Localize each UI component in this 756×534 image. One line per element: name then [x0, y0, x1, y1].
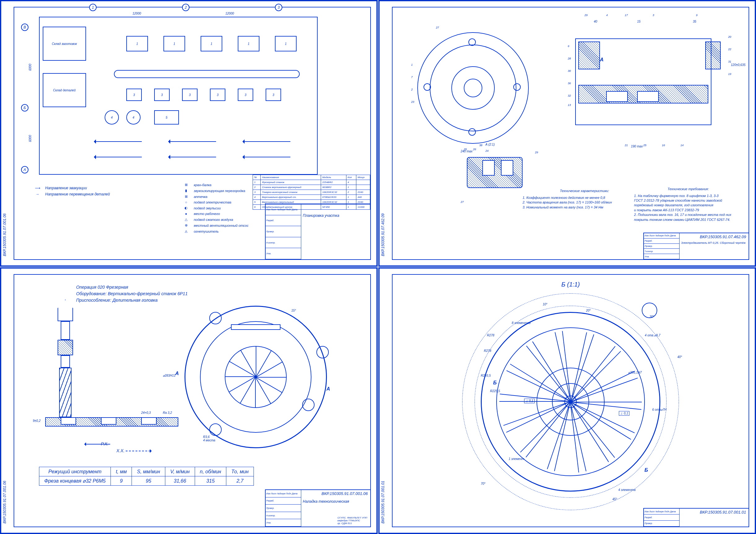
doc-name: Электродвигатель МТ-0,25. Сборочный черт…: [681, 241, 745, 244]
flow-arrow: [244, 157, 290, 157]
machine: 3: [238, 89, 253, 101]
section-view: 40 15 35 190 max 120±0,635 29 4 17 3 9 2…: [575, 23, 724, 141]
view-b-label: Б (1:1): [561, 281, 580, 288]
sheet-code: ВКР.150305.91.07.001.01: [381, 481, 385, 523]
doc-name: Наладка технологическая: [303, 499, 349, 504]
legend-evac: Направление эвакуации: [45, 186, 87, 190]
grid-row-a: А: [21, 166, 28, 174]
sheet-floor-plan: 1 2 3 В Б А 12000 12000 6000 6000 Склад …: [0, 0, 378, 267]
grid-row-b: Б: [21, 104, 28, 111]
flange-view: 240 max 27 1 7 2 23 38 24: [417, 32, 529, 144]
sheet-code: ВКР.150305.91.07.462.09: [381, 213, 385, 256]
grid-col-2: 2: [182, 4, 189, 11]
sheet-code: ВКР.150305.91.07.001.06: [3, 213, 7, 256]
dim-left1: 6000: [28, 64, 32, 70]
doc-code: ВКР.150305.91.07.001.06: [322, 491, 368, 496]
dim-top2: 12000: [225, 12, 234, 15]
doc-name: Планировка участка: [303, 213, 339, 218]
sheet-view-b: Б (1:1) 10° 20° 30° 40° 70° 45° R278 R27…: [378, 267, 756, 534]
room-parts: Склад деталей: [43, 73, 86, 107]
conveyor: [114, 70, 300, 78]
flow-arrow: [244, 141, 290, 142]
sheet-code: ВКР.150305.91.07.001.06: [3, 481, 7, 523]
doc-code: ВКР.150305.91.07.462.09: [700, 235, 746, 239]
machine: 1: [201, 36, 222, 51]
sheet-assembly: 240 max 27 1 7 2 23 38 24 40 15 35 190 m…: [378, 0, 756, 267]
machine: 3: [210, 89, 225, 101]
legend-flow: Направление перемещения деталей: [45, 192, 110, 196]
tool: [39, 299, 95, 436]
flow-arrow: [95, 141, 142, 142]
frame: Б (1:1) 10° 20° 30° 40° 70° 45° R278 R27…: [392, 274, 749, 527]
machine: 4: [105, 110, 119, 125]
tech-req: Технические требования: 1. На табличку ф…: [634, 187, 742, 222]
dim-left2: 6000: [28, 135, 32, 142]
machine: 3: [182, 89, 198, 101]
title-block: Планировка участка Изм Лист №докум Подп …: [265, 204, 370, 259]
machine: 1: [238, 36, 259, 51]
frame: Операция 020 Фрезерная Оборудование: Вер…: [14, 274, 371, 527]
legend: ⟶Направление эвакуации →Направление пере…: [33, 184, 175, 198]
machine: 5: [154, 110, 179, 125]
flow-arrow: [95, 157, 142, 157]
machine: 1: [163, 36, 185, 51]
doc-code: ВКР.150305.91.07.001.01: [700, 510, 746, 515]
frame: 1 2 3 В Б А 12000 12000 6000 6000 Склад …: [14, 7, 371, 260]
legend-symbols: ⊞кран-балка ▮звукоизолирующая перегородк…: [181, 181, 249, 235]
dim-top1: 12000: [132, 12, 141, 15]
machine: 1: [126, 36, 148, 51]
profile: 24+0,3 9±0,2 Ra 3,2 Р.Х. Х.Х.: [45, 417, 178, 439]
op-table: Режущий инструмент t, мм S, мм/мин V, м/…: [39, 467, 254, 486]
machine: 1: [275, 36, 297, 51]
frame: 240 max 27 1 7 2 23 38 24 40 15 35 190 m…: [392, 7, 749, 260]
grid-row-v: В: [21, 23, 28, 31]
machine: 3: [154, 89, 170, 101]
machine: 4: [126, 110, 141, 125]
tech-char: Технические характеристики: 1. Коэффицие…: [523, 189, 646, 210]
part-ring: 15° ⌀283H11 R3,6 4 места А А: [184, 306, 327, 448]
machine: 3: [126, 89, 142, 101]
sheet-operation: Операция 020 Фрезерная Оборудование: Вер…: [0, 267, 378, 534]
machine: 3: [266, 89, 281, 101]
room-stock: Склад заготовок: [43, 27, 86, 61]
title-block: ВКР.150305.91.07.001.01 Изм Лист №докум …: [643, 508, 748, 526]
rotor: 10° 20° 30° 40° 70° 45° R278 R278 R293,5…: [462, 293, 679, 510]
flow-arrow: [170, 157, 216, 157]
flow-arrow: [170, 141, 216, 142]
grid-col-3: 3: [275, 4, 282, 11]
title-block: ВКР.150305.91.07.001.06 Наладка технолог…: [265, 490, 370, 526]
grid-col-1: 1: [89, 4, 96, 11]
plan-area: 1 2 3 В Б А 12000 12000 6000 6000 Склад …: [39, 17, 318, 175]
title-block: ВКР.150305.91.07.462.09 Электродвигатель…: [643, 233, 748, 259]
